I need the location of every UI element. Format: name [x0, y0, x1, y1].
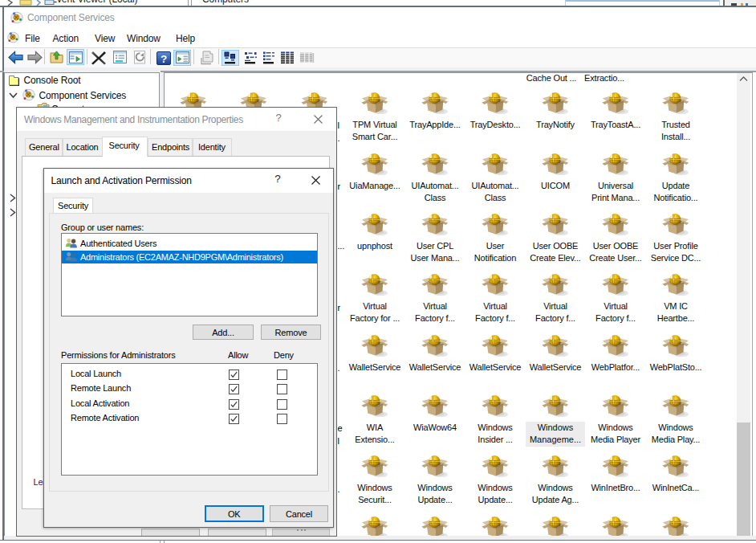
svg-text:?: ?	[161, 52, 167, 64]
